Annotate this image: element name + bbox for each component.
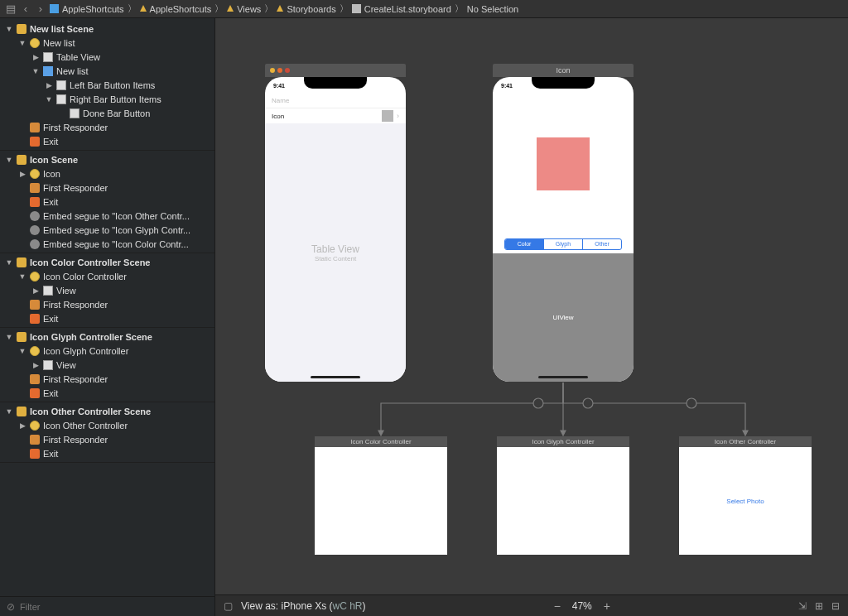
outline-row[interactable]: ▶Table View <box>0 50 214 64</box>
outline-filter: ⊘ <box>0 596 214 616</box>
outline-item-icon <box>30 169 40 179</box>
outline-row[interactable]: Exit <box>0 311 214 325</box>
outline-item-icon <box>30 421 40 431</box>
outline-item-icon <box>30 38 40 48</box>
outline-row[interactable]: Embed segue to "Icon Glyph Contr... <box>0 223 214 237</box>
outline-scene-header[interactable]: ▼Icon Glyph Controller Scene <box>0 330 214 344</box>
outline-row[interactable]: ▶Icon <box>0 166 214 180</box>
crumb-folder[interactable]: Storyboards <box>277 4 335 14</box>
outline-row[interactable]: Embed segue to "Icon Other Contr... <box>0 209 214 223</box>
outline-item-icon <box>56 80 66 90</box>
storyboard-canvas[interactable]: 9:41 Name Icon › Table View Stati <box>215 18 848 594</box>
crumb-folder[interactable]: Views <box>227 4 261 14</box>
outline-item-icon <box>30 183 40 193</box>
folder-icon <box>277 5 283 12</box>
scene-icon-glyph-controller[interactable]: Icon Glyph Controller <box>497 436 629 555</box>
outline-scene-header[interactable]: ▼Icon Scene <box>0 152 214 166</box>
outline-row[interactable]: ▶View <box>0 358 214 372</box>
folder-icon <box>227 5 234 12</box>
outline-row[interactable]: ▶Icon Other Controller <box>0 418 214 432</box>
outline-row[interactable]: ▼Icon Glyph Controller <box>0 344 214 358</box>
nav-forward-icon[interactable]: › <box>35 2 46 15</box>
outline-row[interactable]: Exit <box>0 195 214 209</box>
crumb-project[interactable]: AppleShortcuts <box>50 4 124 14</box>
outline-row[interactable]: First Responder <box>0 432 214 446</box>
crumb-label: Storyboards <box>287 4 335 14</box>
outline-row[interactable]: ▼New list <box>0 36 214 50</box>
document-outline: ▼New list Scene▼New list▶Table View▼New … <box>0 18 215 616</box>
outline-row[interactable]: Exit <box>0 446 214 460</box>
svg-point-1 <box>583 398 593 408</box>
outline-item-icon <box>43 360 53 370</box>
view-as-label[interactable]: View as: iPhone Xs (wC hR) <box>241 600 366 612</box>
scene-icon <box>17 24 26 34</box>
svg-point-2 <box>687 398 696 408</box>
pin-icon[interactable]: ⊟ <box>831 600 840 612</box>
outline-item-icon <box>30 137 40 147</box>
outline-row[interactable]: Exit <box>0 386 214 400</box>
project-icon <box>50 4 59 13</box>
outline-item-icon <box>30 225 40 235</box>
outline-item-icon <box>30 272 40 282</box>
outline-row[interactable]: Embed segue to "Icon Color Contr... <box>0 237 214 251</box>
nav-back-icon[interactable]: ‹ <box>20 2 31 15</box>
outline-scene-header[interactable]: ▼Icon Other Controller Scene <box>0 404 214 418</box>
outline-item-icon <box>30 435 40 445</box>
align-icon[interactable]: ⊞ <box>815 600 823 612</box>
outline-item-icon <box>30 197 40 207</box>
crumb-label: CreateList.storyboard <box>364 4 451 14</box>
child-view <box>315 447 447 555</box>
outline-item-icon <box>30 314 40 324</box>
scene-title-label[interactable]: Icon Glyph Controller <box>497 436 629 447</box>
outline-item-icon <box>70 108 80 118</box>
select-photo-button[interactable]: Select Photo <box>679 447 812 555</box>
outline-item-icon <box>30 211 40 221</box>
scene-icon <box>17 257 26 267</box>
outline-row[interactable]: Done Bar Button <box>0 106 214 120</box>
crumb-selection[interactable]: No Selection <box>467 4 518 14</box>
outline-item-icon <box>30 374 40 384</box>
outline-scene-header[interactable]: ▼New list Scene <box>0 22 214 36</box>
filter-input[interactable] <box>20 602 208 612</box>
outline-item-icon <box>43 52 53 62</box>
scene-title-label[interactable]: Icon Color Controller <box>315 436 447 447</box>
outline-row[interactable]: First Responder <box>0 372 214 386</box>
crumb-file[interactable]: CreateList.storyboard <box>352 4 451 14</box>
outline-item-icon <box>43 286 53 296</box>
outline-row[interactable]: ▼Icon Color Controller <box>0 269 214 283</box>
crumb-folder[interactable]: AppleShortcuts <box>140 4 212 14</box>
crumb-label: Views <box>237 4 261 14</box>
outline-row[interactable]: ▶View <box>0 283 214 297</box>
scene-icon-color-controller[interactable]: Icon Color Controller <box>315 436 447 555</box>
canvas-bottom-bar: ▢ View as: iPhone Xs (wC hR) − 47% + ⇲ ⊞… <box>215 594 848 616</box>
embed-in-icon[interactable]: ⇲ <box>798 600 807 612</box>
child-view <box>497 447 629 555</box>
outline-item-icon <box>30 300 40 310</box>
outline-item-icon <box>30 449 40 459</box>
zoom-in-button[interactable]: + <box>600 599 614 613</box>
outline-row[interactable]: First Responder <box>0 297 214 311</box>
outline-item-icon <box>30 388 40 398</box>
outline-item-icon <box>30 239 40 249</box>
scene-icon <box>17 155 26 165</box>
device-config-icon[interactable]: ▢ <box>224 600 233 612</box>
zoom-level[interactable]: 47% <box>572 600 592 612</box>
outline-row[interactable]: Exit <box>0 134 214 148</box>
scene-icon-other-controller[interactable]: Icon Other Controller Select Photo <box>679 436 812 555</box>
outline-row[interactable]: ▼Right Bar Button Items <box>0 92 214 106</box>
outline-item-icon <box>30 346 40 356</box>
zoom-out-button[interactable]: − <box>551 599 564 613</box>
outline-item-icon <box>30 123 40 132</box>
outline-row[interactable]: ▼New list <box>0 64 214 78</box>
outline-scene-header[interactable]: ▼Icon Color Controller Scene <box>0 255 214 269</box>
outline-row[interactable]: First Responder <box>0 180 214 195</box>
breadcrumb-bar: ▤ ‹ › AppleShortcuts 〉 AppleShortcuts 〉 … <box>0 0 848 18</box>
scene-title-label[interactable]: Icon Other Controller <box>679 436 812 447</box>
outline-row[interactable]: ▶Left Bar Button Items <box>0 78 214 92</box>
svg-point-0 <box>533 398 543 408</box>
outline-row[interactable]: First Responder <box>0 120 214 134</box>
outline-item-icon <box>43 66 53 76</box>
crumb-label: No Selection <box>467 4 518 14</box>
related-items-icon[interactable]: ▤ <box>5 2 17 15</box>
storyboard-icon <box>352 4 361 13</box>
